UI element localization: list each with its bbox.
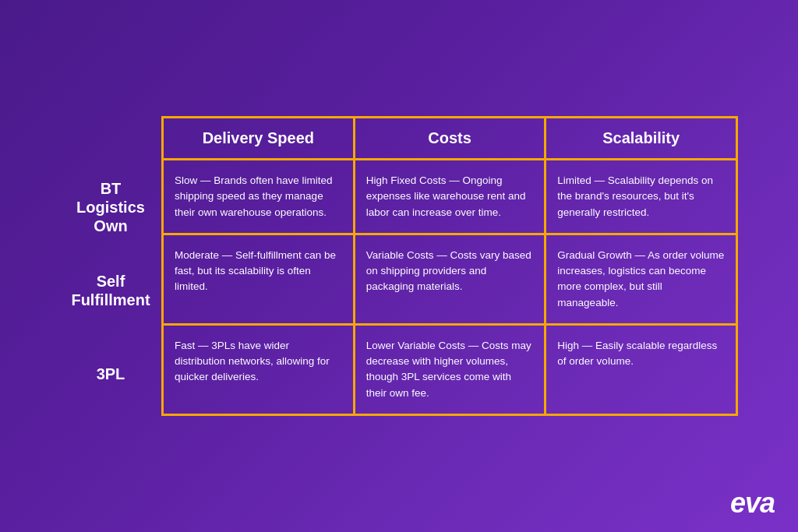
label-spacer [60, 116, 161, 165]
full-layout: BTLogistics OwnSelfFulfillment3PL Delive… [60, 116, 738, 416]
body-cell: Gradual Growth — As order volume increas… [546, 235, 736, 323]
row-labels: BTLogistics OwnSelfFulfillment3PL [60, 116, 161, 416]
header-cell: Scalability [546, 118, 736, 158]
header-cell: Delivery Speed [164, 118, 355, 158]
body-cell: Lower Variable Costs — Costs may decreas… [355, 326, 547, 414]
table-row: Slow — Brands often have limited shippin… [164, 160, 736, 235]
table-row: Moderate — Self-fulfillment can be fast,… [164, 235, 736, 326]
table-header-row: Delivery SpeedCostsScalability [164, 118, 736, 160]
eva-logo: eva [730, 487, 775, 520]
body-cell: High Fixed Costs — Ongoing expenses like… [355, 160, 547, 233]
body-cell: Fast — 3PLs have wider distribution netw… [164, 326, 355, 414]
row-label: 3PL [60, 333, 161, 416]
row-label: BTLogistics Own [60, 165, 161, 248]
body-cell: Limited — Scalability depends on the bra… [546, 160, 736, 233]
comparison-table: Delivery SpeedCostsScalability Slow — Br… [161, 116, 738, 416]
header-cell: Costs [355, 118, 547, 158]
main-container: BTLogistics OwnSelfFulfillment3PL Delive… [0, 0, 798, 532]
table-row: Fast — 3PLs have wider distribution netw… [164, 326, 736, 414]
body-cell: Moderate — Self-fulfillment can be fast,… [164, 235, 355, 323]
body-cell: Slow — Brands often have limited shippin… [164, 160, 355, 233]
body-cell: High — Easily scalable regardless of ord… [546, 326, 736, 414]
body-cell: Variable Costs — Costs vary based on shi… [355, 235, 547, 323]
row-label: SelfFulfillment [60, 248, 161, 332]
